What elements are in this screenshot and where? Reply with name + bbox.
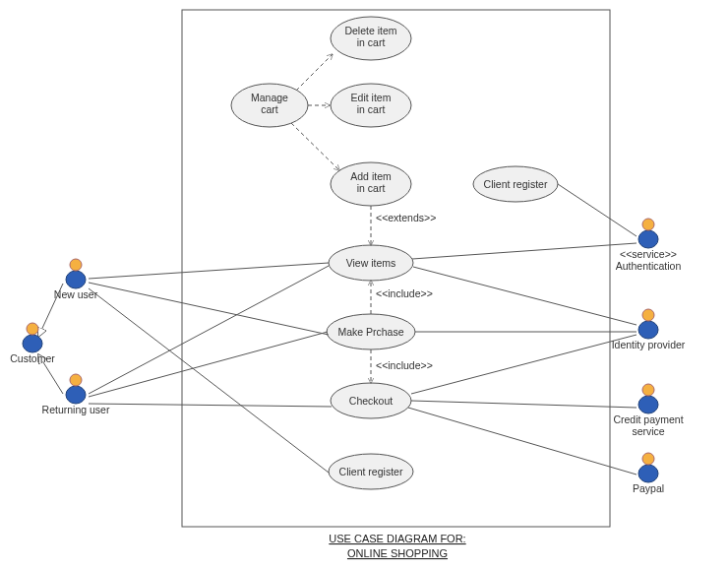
svg-text:Paypal: Paypal: [633, 482, 664, 494]
svg-point-42: [638, 465, 658, 482]
actor-credit-payment: Credit payment service: [613, 384, 683, 437]
svg-text:Edit item: Edit item: [351, 92, 392, 103]
svg-point-43: [642, 453, 654, 465]
svg-text:Manage: Manage: [251, 92, 288, 103]
assoc-returning-make: [89, 332, 328, 397]
svg-point-28: [66, 386, 86, 404]
diagram-title-2: ONLINE SHOPPING: [347, 547, 448, 559]
svg-point-32: [642, 219, 654, 230]
assoc-view-auth: [412, 243, 637, 259]
svg-point-25: [66, 271, 86, 288]
svg-point-22: [23, 335, 42, 352]
svg-text:in cart: in cart: [357, 182, 386, 194]
actor-authentication: <<service>> Authentication: [616, 219, 682, 272]
svg-text:Add item: Add item: [350, 170, 392, 182]
assoc-returning-view: [89, 266, 329, 394]
svg-text:Credit payment: Credit payment: [613, 413, 683, 425]
extend-manage-delete: [296, 54, 333, 91]
assoc-view-identity: [413, 267, 637, 325]
assoc-register-auth: [558, 184, 637, 236]
svg-text:Client register: Client register: [484, 178, 548, 190]
svg-text:in cart: in cart: [357, 103, 386, 115]
svg-point-23: [27, 323, 38, 335]
svg-text:in cart: in cart: [357, 36, 386, 48]
extend-manage-add: [291, 123, 339, 170]
label-include-2: <<include>>: [376, 359, 433, 371]
svg-point-38: [638, 396, 658, 413]
usecase-edit-item: Edit item in cart: [331, 84, 411, 127]
diagram-title-1: USE CASE DIAGRAM FOR:: [329, 533, 465, 544]
svg-text:Customer: Customer: [10, 352, 55, 364]
svg-text:Delete item: Delete item: [344, 25, 396, 36]
usecase-client-register-bottom: Client register: [329, 454, 413, 489]
svg-text:Authentication: Authentication: [616, 260, 682, 272]
svg-text:Identity provider: Identity provider: [612, 339, 686, 350]
svg-point-36: [642, 309, 654, 321]
svg-text:Returning user: Returning user: [42, 404, 110, 415]
assoc-checkout-credit: [411, 401, 637, 408]
svg-point-26: [70, 259, 82, 271]
svg-text:Checkout: Checkout: [349, 395, 393, 407]
label-include-1: <<include>>: [376, 287, 433, 299]
svg-text:service: service: [632, 425, 664, 437]
actor-paypal: Paypal: [633, 453, 664, 494]
actor-new-user: New user: [54, 259, 98, 300]
assoc-checkout-identity: [411, 335, 637, 394]
svg-text:<<service>>: <<service>>: [620, 248, 677, 260]
svg-text:Client register: Client register: [339, 466, 403, 477]
actor-returning-user: Returning user: [42, 374, 110, 415]
svg-point-39: [642, 384, 654, 396]
svg-point-31: [638, 230, 658, 248]
assoc-checkout-paypal: [408, 408, 637, 475]
assoc-newuser-register: [89, 288, 329, 473]
svg-text:New user: New user: [54, 288, 98, 300]
label-extends: <<extends>>: [376, 212, 436, 223]
actor-customer: Customer: [10, 323, 55, 364]
svg-text:cart: cart: [261, 103, 278, 115]
svg-text:View items: View items: [346, 257, 396, 269]
svg-point-35: [638, 321, 658, 339]
usecase-add-item: Add item in cart: [331, 162, 411, 206]
svg-point-29: [70, 374, 82, 386]
actor-identity-provider: Identity provider: [612, 309, 686, 350]
usecase-make-purchase: Make Prchase: [327, 314, 415, 349]
assoc-newuser-make: [89, 283, 329, 335]
assoc-newuser-view: [89, 263, 329, 279]
svg-text:Make Prchase: Make Prchase: [337, 326, 403, 338]
usecase-delete-item: Delete item in cart: [331, 17, 411, 60]
usecase-view-items: View items: [329, 245, 413, 281]
usecase-client-register-top: Client register: [473, 166, 558, 202]
usecase-checkout: Checkout: [331, 383, 411, 418]
assoc-returning-checkout: [89, 404, 332, 407]
